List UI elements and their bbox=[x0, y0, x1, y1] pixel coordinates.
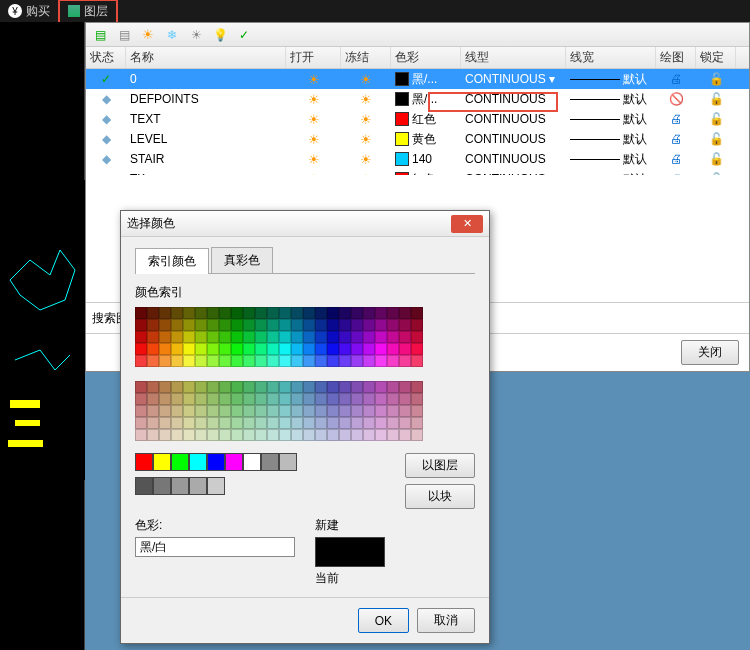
palette-cell[interactable] bbox=[207, 355, 219, 367]
palette-cell[interactable] bbox=[255, 331, 267, 343]
tab-index-color[interactable]: 索引颜色 bbox=[135, 248, 209, 274]
std-color-swatch[interactable] bbox=[189, 453, 207, 471]
color-swatch[interactable] bbox=[395, 112, 409, 126]
palette-cell[interactable] bbox=[363, 393, 375, 405]
palette-cell[interactable] bbox=[135, 393, 147, 405]
palette-cell[interactable] bbox=[363, 319, 375, 331]
palette-cell[interactable] bbox=[339, 319, 351, 331]
palette-cell[interactable] bbox=[315, 307, 327, 319]
std-color-swatch[interactable] bbox=[153, 453, 171, 471]
taskbar-item-layers[interactable]: 图层 bbox=[58, 0, 118, 24]
palette-cell[interactable] bbox=[255, 405, 267, 417]
palette-cell[interactable] bbox=[363, 343, 375, 355]
palette-cell[interactable] bbox=[135, 307, 147, 319]
palette-cell[interactable] bbox=[231, 319, 243, 331]
palette-cell[interactable] bbox=[291, 405, 303, 417]
bulb-on-icon[interactable]: 💡 bbox=[212, 27, 228, 43]
palette-cell[interactable] bbox=[315, 343, 327, 355]
header-linetype[interactable]: 线型 bbox=[461, 47, 566, 68]
palette-cell[interactable] bbox=[135, 331, 147, 343]
palette-cell[interactable] bbox=[387, 405, 399, 417]
palette-cell[interactable] bbox=[387, 343, 399, 355]
palette-cell[interactable] bbox=[255, 319, 267, 331]
palette-cell[interactable] bbox=[399, 393, 411, 405]
palette-cell[interactable] bbox=[183, 331, 195, 343]
palette-cell[interactable] bbox=[147, 381, 159, 393]
printer-icon[interactable]: 🚫 bbox=[669, 92, 684, 106]
taskbar-item-purchase[interactable]: ¥ 购买 bbox=[0, 1, 58, 22]
palette-cell[interactable] bbox=[399, 331, 411, 343]
palette-cell[interactable] bbox=[315, 319, 327, 331]
sun-icon[interactable]: ☀ bbox=[360, 152, 372, 167]
color-swatch[interactable] bbox=[395, 152, 409, 166]
palette-cell[interactable] bbox=[315, 393, 327, 405]
palette-cell[interactable] bbox=[411, 331, 423, 343]
palette-cell[interactable] bbox=[399, 343, 411, 355]
std-color-swatch[interactable] bbox=[207, 453, 225, 471]
palette-cell[interactable] bbox=[303, 381, 315, 393]
header-name[interactable]: 名称 bbox=[126, 47, 286, 68]
sun-icon[interactable]: ☀ bbox=[308, 152, 320, 167]
table-row[interactable]: ◆TEXT☀☀红色CONTINUOUS 默认🖨🔓 bbox=[86, 109, 749, 129]
palette-cell[interactable] bbox=[327, 343, 339, 355]
dialog-titlebar[interactable]: 选择颜色 ✕ bbox=[121, 211, 489, 237]
palette-cell[interactable] bbox=[183, 429, 195, 441]
header-color[interactable]: 色彩 bbox=[391, 47, 461, 68]
palette-cell[interactable] bbox=[279, 381, 291, 393]
new-layer-icon[interactable]: ▤ bbox=[92, 27, 108, 43]
linetype-cell[interactable]: CONTINUOUS bbox=[461, 152, 566, 166]
close-button[interactable]: 关闭 bbox=[681, 340, 739, 365]
palette-cell[interactable] bbox=[171, 405, 183, 417]
palette-cell[interactable] bbox=[291, 429, 303, 441]
palette-cell[interactable] bbox=[231, 429, 243, 441]
palette-cell[interactable] bbox=[243, 405, 255, 417]
palette-cell[interactable] bbox=[399, 417, 411, 429]
palette-cell[interactable] bbox=[363, 405, 375, 417]
lock-icon[interactable]: 🔓 bbox=[709, 72, 724, 86]
lock-icon[interactable]: 🔓 bbox=[709, 112, 724, 126]
by-layer-button[interactable]: 以图层 bbox=[405, 453, 475, 478]
palette-cell[interactable] bbox=[183, 393, 195, 405]
palette-cell[interactable] bbox=[243, 417, 255, 429]
palette-cell[interactable] bbox=[291, 319, 303, 331]
header-linewidth[interactable]: 线宽 bbox=[566, 47, 656, 68]
linetype-cell[interactable]: CONTINUOUS bbox=[461, 132, 566, 146]
palette-cell[interactable] bbox=[351, 343, 363, 355]
palette-cell[interactable] bbox=[279, 417, 291, 429]
palette-cell[interactable] bbox=[363, 429, 375, 441]
table-row[interactable]: ◆DEFPOINTS☀☀黑/...CONTINUOUS 默认🚫🔓 bbox=[86, 89, 749, 109]
palette-cell[interactable] bbox=[267, 417, 279, 429]
palette-cell[interactable] bbox=[399, 355, 411, 367]
palette-cell[interactable] bbox=[363, 381, 375, 393]
palette-cell[interactable] bbox=[243, 343, 255, 355]
palette-cell[interactable] bbox=[231, 405, 243, 417]
palette-cell[interactable] bbox=[363, 307, 375, 319]
palette-cell[interactable] bbox=[135, 405, 147, 417]
palette-cell[interactable] bbox=[183, 405, 195, 417]
printer-icon[interactable]: 🖨 bbox=[670, 112, 682, 126]
palette-cell[interactable] bbox=[339, 417, 351, 429]
palette-cell[interactable] bbox=[267, 307, 279, 319]
palette-cell[interactable] bbox=[255, 355, 267, 367]
palette-cell[interactable] bbox=[183, 381, 195, 393]
header-lock[interactable]: 锁定 bbox=[696, 47, 736, 68]
palette-cell[interactable] bbox=[255, 393, 267, 405]
gray-color-swatch[interactable] bbox=[207, 477, 225, 495]
palette-cell[interactable] bbox=[255, 343, 267, 355]
palette-cell[interactable] bbox=[195, 393, 207, 405]
palette-cell[interactable] bbox=[279, 319, 291, 331]
palette-cell[interactable] bbox=[399, 381, 411, 393]
printer-icon[interactable]: 🖨 bbox=[670, 152, 682, 166]
palette-cell[interactable] bbox=[411, 343, 423, 355]
palette-cell[interactable] bbox=[315, 355, 327, 367]
palette-cell[interactable] bbox=[171, 307, 183, 319]
palette-cell[interactable] bbox=[279, 355, 291, 367]
palette-cell[interactable] bbox=[267, 319, 279, 331]
palette-cell[interactable] bbox=[159, 417, 171, 429]
color-swatch[interactable] bbox=[395, 92, 409, 106]
palette-cell[interactable] bbox=[351, 319, 363, 331]
ok-button[interactable]: OK bbox=[358, 608, 409, 633]
lock-icon[interactable]: 🔓 bbox=[709, 132, 724, 146]
color-swatch[interactable] bbox=[395, 132, 409, 146]
palette-cell[interactable] bbox=[351, 429, 363, 441]
